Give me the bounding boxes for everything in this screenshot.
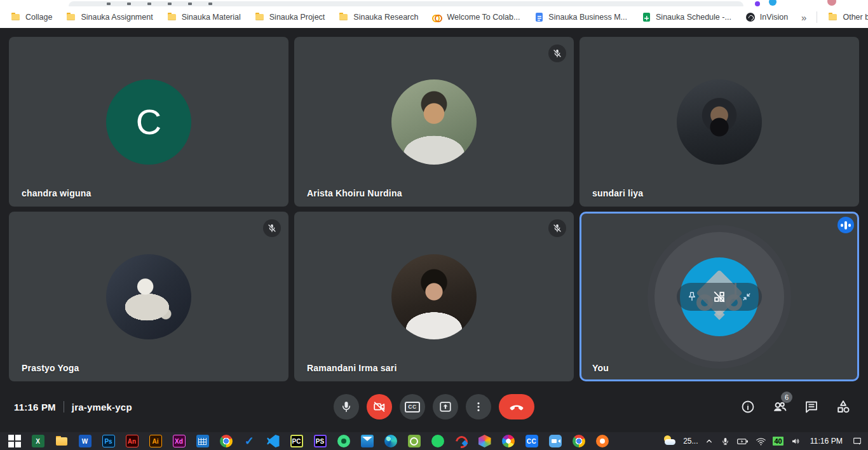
- taskbar-app-file-explorer[interactable]: [50, 432, 73, 450]
- animate-icon: An: [126, 435, 139, 447]
- browser-top: CollageSinauka AssignmentSinauka Materia…: [0, 0, 868, 28]
- taskbar-app-whatsapp[interactable]: [426, 432, 449, 450]
- meet-stage: C chandra wiguna Arista Khoiru Nurdina s…: [0, 28, 868, 432]
- app-letter: X: [36, 438, 40, 445]
- taskbar-app-pycharm[interactable]: PC: [285, 432, 308, 450]
- end-call-button[interactable]: [499, 394, 534, 419]
- taskbar-app-animate[interactable]: An: [120, 432, 144, 450]
- participant-tile-you[interactable]: You: [580, 212, 859, 381]
- taskbar-app-check[interactable]: ✓: [238, 432, 261, 450]
- extension-icon[interactable]: [769, 0, 776, 6]
- taskbar-app-word[interactable]: W: [73, 432, 97, 450]
- wifi-icon[interactable]: [756, 437, 766, 446]
- taskbar-app-hexagon-app[interactable]: [473, 432, 496, 450]
- participant-tile-sundari[interactable]: sundari liya: [580, 37, 859, 207]
- participants-button[interactable]: 6: [771, 399, 788, 415]
- pin-tile-button[interactable]: [684, 289, 700, 304]
- taskbar-app-pinwheel-app[interactable]: [496, 432, 520, 450]
- taskbar-app-calendar[interactable]: [191, 432, 214, 450]
- taskbar-app-mail[interactable]: [355, 432, 379, 450]
- bookmarks-overflow-chevron[interactable]: »: [795, 12, 813, 23]
- bookmark-item[interactable]: Welcome To Colab...: [425, 9, 527, 25]
- participant-name: chandra wiguna: [22, 188, 91, 198]
- meeting-code[interactable]: jra-ymek-ycp: [72, 402, 132, 412]
- microphone-button[interactable]: [334, 394, 359, 419]
- participant-tile-arista[interactable]: Arista Khoiru Nurdina: [294, 37, 574, 207]
- audio-level-indicator: [837, 217, 854, 233]
- bookmark-item[interactable]: Sinauka Business M...: [527, 9, 634, 25]
- meeting-details-button[interactable]: [740, 399, 756, 415]
- grid-off-button[interactable]: [712, 289, 727, 304]
- divider: [817, 11, 817, 23]
- bookmark-item[interactable]: Sinauka Project: [248, 9, 332, 25]
- bookmark-label: Sinauka Research: [353, 13, 418, 22]
- cc-app-icon: CC: [526, 435, 538, 447]
- taskbar-app-draw-app[interactable]: [449, 432, 473, 450]
- bookmark-item[interactable]: Sinauka Assignment: [59, 9, 159, 25]
- action-center-icon[interactable]: [851, 436, 863, 446]
- taskbar-app-edge[interactable]: [379, 432, 402, 450]
- illustrator-icon: Ai: [149, 435, 162, 447]
- bookmark-item[interactable]: Sinauka Research: [332, 9, 425, 25]
- battery-charging-icon[interactable]: [736, 437, 749, 446]
- taskbar-app-chrome[interactable]: [567, 432, 590, 450]
- app-letter: PS: [316, 438, 324, 445]
- bookmark-item[interactable]: InVision: [738, 9, 795, 25]
- edge-icon: [384, 435, 397, 447]
- taskbar-app-video-app[interactable]: [543, 432, 567, 450]
- app-letter: Ps: [104, 438, 112, 445]
- bookmark-label: Sinauka Schedule -...: [656, 13, 731, 22]
- bookmark-item[interactable]: Sinauka Schedule -...: [634, 9, 738, 25]
- taskbar-app-xampp[interactable]: [590, 432, 614, 450]
- minimize-tile-button[interactable]: [739, 289, 754, 304]
- taskbar-app-phpstorm[interactable]: PS: [308, 432, 332, 450]
- start-icon: [8, 435, 21, 447]
- app-letter: W: [82, 438, 88, 445]
- camera-off-button[interactable]: [367, 394, 392, 419]
- profile-avatar[interactable]: [827, 0, 836, 6]
- present-button[interactable]: [433, 394, 458, 419]
- participant-tile-prastyo[interactable]: Prastyo Yoga: [9, 212, 288, 381]
- taskbar-app-start[interactable]: [3, 432, 26, 450]
- participant-tile-chandra[interactable]: C chandra wiguna: [9, 37, 288, 207]
- taskbar-app-android-app[interactable]: [332, 432, 355, 450]
- tray-expand-chevron[interactable]: [704, 436, 714, 446]
- taskbar-app-cc-app[interactable]: CC: [520, 432, 543, 450]
- more-options-button[interactable]: [466, 394, 491, 419]
- taskbar-clock[interactable]: 11:16 PM: [808, 437, 845, 446]
- bookmark-item[interactable]: Sinauka Material: [160, 9, 248, 25]
- taskbar-app-vscode[interactable]: [261, 432, 285, 450]
- calendar-icon: [196, 435, 209, 447]
- chat-button[interactable]: [803, 399, 820, 415]
- taskbar-app-camera-app[interactable]: [402, 432, 426, 450]
- taskbar-app-illustrator[interactable]: Ai: [144, 432, 167, 450]
- participant-name: Arista Khoiru Nurdina: [307, 188, 402, 198]
- participant-tile-ramandani[interactable]: Ramandani Irma sari: [294, 212, 574, 381]
- microphone-tray-icon[interactable]: [721, 437, 730, 446]
- video-app-icon: [549, 435, 562, 447]
- taskbar-app-adobe-xd[interactable]: Xd: [167, 432, 191, 450]
- sheets-icon: [641, 12, 651, 22]
- taskbar-app-excel[interactable]: X: [26, 432, 50, 450]
- participant-grid: C chandra wiguna Arista Khoiru Nurdina s…: [9, 37, 859, 381]
- pinwheel-app-icon: [502, 435, 515, 447]
- invision-icon: [745, 12, 756, 22]
- bookmark-item[interactable]: Collage: [4, 9, 59, 25]
- system-tray: 25... 40 11:16 PM: [663, 432, 868, 450]
- bookmark-label: Sinauka Material: [182, 13, 241, 22]
- taskbar-app-photoshop[interactable]: Ps: [97, 432, 120, 450]
- volume-icon[interactable]: [790, 436, 801, 446]
- extension-icon[interactable]: [755, 1, 760, 6]
- photo-avatar: [106, 254, 191, 339]
- vscode-icon: [267, 435, 280, 447]
- other-bookmarks-button[interactable]: Other bookmarks: [821, 9, 868, 25]
- battery-percent-badge[interactable]: 40: [773, 437, 783, 446]
- hexagon-app-icon: [478, 435, 491, 447]
- weather-icon[interactable]: [663, 435, 677, 447]
- taskbar-app-chrome[interactable]: [214, 432, 238, 450]
- participant-count-badge: 6: [781, 392, 792, 403]
- phpstorm-icon: PS: [314, 435, 327, 447]
- captions-button[interactable]: CC: [400, 394, 425, 419]
- activities-button[interactable]: [835, 399, 851, 415]
- weather-temp[interactable]: 25...: [683, 437, 698, 446]
